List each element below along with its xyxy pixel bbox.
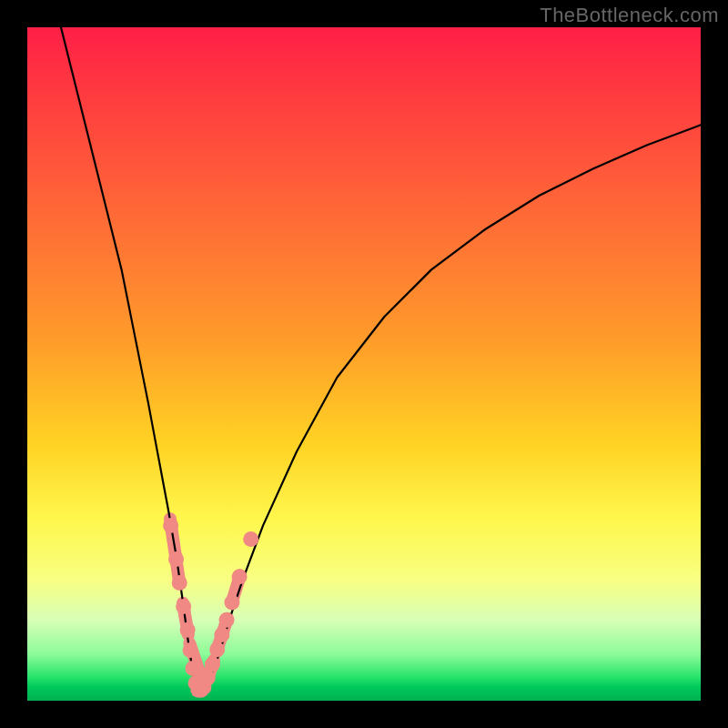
marker-dot [168,551,184,567]
marker-dot [209,642,225,657]
marker-dot [214,627,229,642]
chart-frame: TheBottleneck.com [0,0,728,728]
marker-dot [219,612,235,628]
marker-dot [243,531,258,547]
marker-dot [205,657,220,672]
marker-dot [172,575,187,591]
watermark-text: TheBottleneck.com [540,4,719,27]
marker-dot [180,622,196,638]
plot-area [27,27,701,701]
curve-overlay [27,27,701,701]
marker-dot [186,661,201,676]
marker-dot [183,642,198,658]
marker-dot [200,670,216,685]
marker-dot [176,599,191,614]
marker-dot [224,594,239,610]
marker-dot [163,518,178,533]
marker-dot [232,569,248,584]
bottleneck-curve [61,27,701,691]
